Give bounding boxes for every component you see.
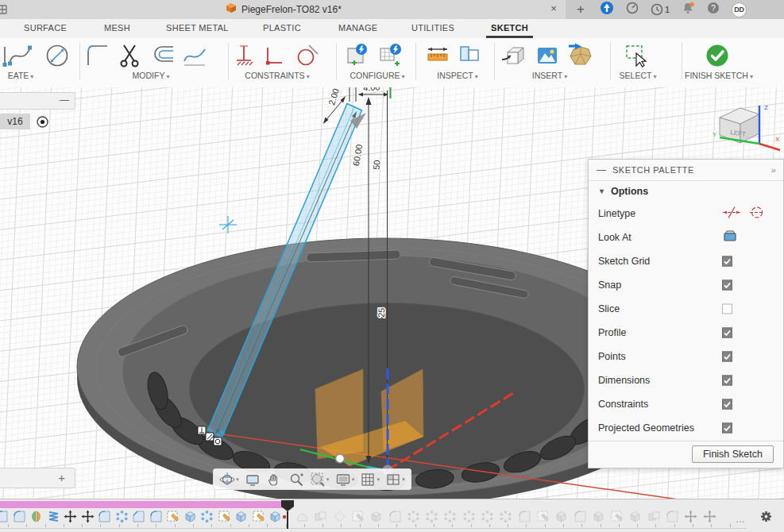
palette-header[interactable]: — SKETCH PALETTE ›› — [589, 160, 783, 181]
browser-expand-bar[interactable]: + — [0, 468, 75, 488]
user-avatar[interactable]: DD — [732, 2, 747, 17]
constraint-perpendicular-icon[interactable] — [261, 42, 288, 69]
timeline-feature-extrude[interactable] — [592, 510, 605, 523]
timeline-feature-fillet[interactable] — [98, 510, 111, 523]
look-at-icon[interactable] — [722, 229, 738, 245]
circle-diameter-icon[interactable] — [44, 42, 71, 69]
select-window-icon[interactable] — [621, 42, 648, 69]
expand-plus-icon[interactable]: + — [58, 471, 65, 484]
nav-look-at-icon[interactable] — [245, 472, 261, 488]
new-tab-button[interactable]: + — [574, 2, 588, 17]
profile-checkbox[interactable] — [722, 328, 732, 338]
timeline-feature-sketch[interactable] — [252, 510, 265, 523]
finish-sketch-check-icon[interactable] — [704, 42, 731, 69]
timeline-feature-circular-pattern[interactable] — [115, 510, 129, 523]
points-checkbox[interactable] — [722, 352, 732, 362]
timeline-feature-circular-pattern[interactable] — [407, 510, 420, 523]
timeline-feature-boolean[interactable] — [647, 510, 661, 523]
insert-derive-icon[interactable] — [500, 42, 527, 69]
palette-minimize-icon[interactable]: — — [597, 164, 606, 175]
timeline-feature-circular-pattern[interactable] — [499, 510, 512, 523]
timeline-feature-fillet[interactable] — [13, 510, 26, 523]
timeline-feature-move[interactable] — [64, 510, 77, 523]
view-cube[interactable]: LEFT Z X Y — [709, 94, 784, 161]
timeline-feature-fillet[interactable] — [149, 510, 163, 523]
toolbar-group-label-select[interactable]: SELECT▾ — [620, 71, 657, 82]
timeline-feature-move[interactable] — [684, 510, 697, 523]
sketch-grid-checkbox[interactable] — [722, 256, 732, 267]
timeline-group-band[interactable] — [0, 501, 284, 508]
toolbar-group-label-constraints[interactable]: CONSTRAINTS▾ — [245, 71, 309, 82]
timeline-feature-revolve[interactable] — [295, 510, 309, 523]
insert-canvas-icon[interactable] — [534, 42, 561, 69]
timeline-settings-gear-icon[interactable] — [759, 510, 773, 523]
timeline-feature-fillet[interactable] — [0, 510, 9, 523]
timeline-feature-extrude[interactable] — [369, 510, 383, 523]
finish-sketch-button[interactable]: Finish Sketch — [692, 445, 774, 463]
timeline-feature-fillet[interactable] — [518, 510, 531, 523]
timeline-feature-circular-pattern[interactable] — [200, 510, 214, 523]
tab-sketch[interactable]: SKETCH — [486, 19, 533, 38]
timeline-feature-extrude[interactable] — [234, 510, 248, 523]
tab-sheet-metal[interactable]: SHEET METAL — [161, 19, 234, 38]
notifications-bell-icon[interactable] — [682, 2, 695, 17]
tab-manage[interactable]: MANAGE — [334, 19, 382, 38]
nav-orbit-icon[interactable]: ▾ — [219, 472, 239, 488]
snap-checkbox[interactable] — [722, 280, 732, 291]
browser-collapsed-bar[interactable]: — — [0, 92, 75, 110]
nav-viewports-icon[interactable]: ▾ — [385, 472, 405, 488]
timeline-feature-coil[interactable] — [47, 510, 60, 523]
dimension-4[interactable]: 4.00 — [363, 87, 380, 93]
data-panel-toggle-icon[interactable] — [0, 3, 8, 19]
tab-plastic[interactable]: PLASTIC — [258, 19, 306, 38]
document-tab[interactable]: PiegeFrelon-TO82 v16* — [226, 0, 342, 19]
dimensions-checkbox[interactable] — [722, 376, 732, 386]
browser-collapse-icon[interactable]: — — [60, 94, 69, 106]
configure-feature-icon[interactable] — [343, 42, 370, 69]
timeline-feature-sketch[interactable] — [218, 510, 231, 523]
dropdown-caret-icon[interactable]: ▾ — [402, 476, 405, 483]
visibility-radio-icon[interactable] — [36, 115, 49, 132]
timeline-feature-fillet[interactable] — [666, 510, 679, 523]
offset-icon[interactable] — [151, 42, 178, 69]
help-icon[interactable]: ? — [707, 2, 720, 17]
timeline-playhead[interactable] — [280, 499, 297, 531]
dimension-50[interactable]: 50 — [372, 160, 382, 170]
constraint-fixed-icon[interactable] — [230, 42, 257, 69]
timeline-feature-sketch[interactable] — [536, 510, 550, 523]
toolbar-group-label-configure[interactable]: CONFIGURE▾ — [350, 71, 404, 82]
slice-checkbox[interactable] — [722, 304, 732, 314]
timeline-feature-extrude[interactable] — [554, 510, 568, 523]
palette-expand-icon[interactable]: ›› — [771, 165, 775, 175]
timeline-feature-sketch[interactable] — [610, 510, 624, 523]
tab-mesh[interactable]: MESH — [99, 19, 135, 38]
spline-icon[interactable] — [6, 42, 33, 69]
toolbar-group-label-insert[interactable]: INSERT▾ — [532, 71, 567, 82]
timeline-feature-boolean[interactable] — [314, 510, 327, 523]
nav-zoom-icon[interactable] — [288, 472, 304, 488]
trim-icon[interactable] — [118, 42, 145, 69]
timeline-feature-extrude[interactable] — [183, 510, 197, 523]
timeline-feature-move[interactable] — [81, 510, 95, 523]
fillet-icon[interactable] — [84, 42, 111, 69]
dimension-25[interactable]: 25 — [377, 308, 386, 318]
timeline-feature-circular-pattern[interactable] — [481, 510, 494, 523]
version-history-icon[interactable]: 1 — [651, 3, 670, 16]
tab-utilities[interactable]: UTILITIES — [407, 19, 459, 38]
section-collapse-triangle-icon[interactable]: ▼ — [598, 187, 605, 195]
sketch-point-marker[interactable] — [219, 216, 237, 233]
timeline-feature-fillet[interactable] — [574, 510, 587, 523]
timeline-feature-circular-pattern[interactable] — [425, 510, 438, 523]
configure-table-icon[interactable] — [377, 42, 404, 69]
section-analysis-icon[interactable] — [456, 42, 483, 69]
timeline-feature-construction-plane[interactable] — [333, 510, 346, 523]
insert-mesh-icon[interactable] — [567, 42, 594, 69]
job-status-icon[interactable] — [626, 2, 639, 17]
timeline-feature-circular-pattern[interactable] — [443, 510, 457, 523]
browser-doc-chip[interactable]: v16 — [0, 114, 30, 129]
dropdown-caret-icon[interactable]: ▾ — [326, 476, 330, 483]
measure-icon[interactable] — [424, 42, 451, 69]
timeline-feature-extrude[interactable] — [628, 510, 642, 523]
constraint-tangent-icon[interactable] — [294, 42, 321, 69]
timeline-feature-circular-pattern[interactable] — [462, 510, 476, 523]
